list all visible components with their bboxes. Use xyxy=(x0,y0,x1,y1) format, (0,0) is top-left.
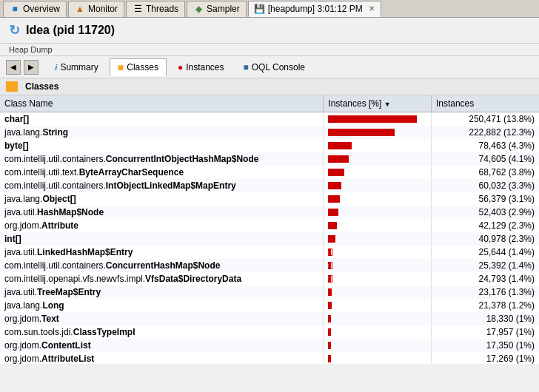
cell-instances: 40,978 (2.3%) xyxy=(431,232,539,246)
window-title-bar: ↻ Idea (pid 11720) xyxy=(0,18,539,44)
heap-dump-label: Heap Dump xyxy=(0,44,539,56)
table-row[interactable]: char[]250,471 (13.8%) xyxy=(0,112,539,126)
tab-close-button[interactable]: ✕ xyxy=(369,4,375,13)
tab-oql[interactable]: ■ OQL Console xyxy=(235,59,314,75)
table-row[interactable]: java.lang.String222,882 (12.3%) xyxy=(0,126,539,139)
table-row[interactable]: byte[]78,463 (4.3%) xyxy=(0,139,539,152)
cell-bar xyxy=(324,139,432,152)
table-row[interactable]: java.util.TreeMap$Entry23,176 (1.3%) xyxy=(0,285,539,299)
col-instances-header[interactable]: Instances xyxy=(431,95,539,112)
cell-classname: com.intellij.util.containers.ConcurrentH… xyxy=(0,259,324,272)
col-bar-header[interactable]: Instances [%] ▼ xyxy=(324,95,432,112)
classes-panel-icon xyxy=(6,81,18,92)
cell-instances: 42,129 (2.3%) xyxy=(431,219,539,232)
cell-instances: 17,269 (1%) xyxy=(431,352,539,364)
table-row[interactable]: java.util.LinkedHashMap$Entry25,644 (1.4… xyxy=(0,246,539,259)
tab-heapdump-label: [heapdump] 3:01:12 PM xyxy=(268,4,363,14)
tab-overview-label: Overview xyxy=(23,4,60,14)
forward-button[interactable]: ▶ xyxy=(24,60,38,75)
cell-classname: java.util.TreeMap$Entry xyxy=(0,285,324,299)
cell-bar xyxy=(324,166,432,179)
window-title-text: Idea (pid 11720) xyxy=(26,24,115,37)
tab-summary[interactable]: i Summary xyxy=(47,59,106,75)
cell-bar xyxy=(324,232,432,246)
cell-classname: int[] xyxy=(0,232,324,246)
classes-panel-title: Classes xyxy=(25,81,58,92)
cell-instances: 222,882 (12.3%) xyxy=(431,126,539,139)
cell-classname: byte[] xyxy=(0,139,324,152)
cell-bar xyxy=(324,325,432,339)
tab-monitor[interactable]: ▲ Monitor xyxy=(68,1,124,17)
table-header-row: Class Name Instances [%] ▼ Instances xyxy=(0,95,539,112)
cell-classname: java.lang.String xyxy=(0,126,324,139)
cell-bar xyxy=(324,299,432,312)
table-row[interactable]: java.util.HashMap$Node52,403 (2.9%) xyxy=(0,206,539,219)
main-tab-bar: ■ Overview ▲ Monitor ☰ Threads ◆ Sampler… xyxy=(0,0,539,18)
section-tab-bar: ◀ ▶ i Summary ■ Classes ● Instances ■ OQ… xyxy=(0,56,539,78)
cell-instances: 68,762 (3.8%) xyxy=(431,166,539,179)
tab-sampler-label: Sampler xyxy=(207,4,240,14)
tab-sampler[interactable]: ◆ Sampler xyxy=(187,1,247,17)
classes-icon: ■ xyxy=(118,61,124,73)
cell-classname: com.intellij.util.text.ByteArrayCharSequ… xyxy=(0,166,324,179)
table-row[interactable]: com.sun.tools.jdi.ClassTypeImpl17,957 (1… xyxy=(0,325,539,339)
info-icon: i xyxy=(55,63,57,72)
cell-instances: 25,644 (1.4%) xyxy=(431,246,539,259)
cell-bar xyxy=(324,219,432,232)
tab-threads-label: Threads xyxy=(146,4,178,14)
monitor-icon: ▲ xyxy=(75,4,85,14)
cell-classname: java.util.LinkedHashMap$Entry xyxy=(0,246,324,259)
cell-instances: 17,350 (1%) xyxy=(431,339,539,352)
classes-table-body: char[]250,471 (13.8%)java.lang.String222… xyxy=(0,112,539,365)
instances-dot-icon: ● xyxy=(178,62,183,72)
table-row[interactable]: int[]40,978 (2.3%) xyxy=(0,232,539,246)
tab-monitor-label: Monitor xyxy=(88,4,118,14)
table-row[interactable]: com.intellij.util.containers.ConcurrentI… xyxy=(0,152,539,166)
refresh-icon[interactable]: ↻ xyxy=(9,22,20,38)
cell-instances: 56,379 (3.1%) xyxy=(431,192,539,206)
oql-icon: ■ xyxy=(244,62,249,72)
classes-panel: Classes Class Name Instances [%] ▼ Insta… xyxy=(0,78,539,364)
tab-heapdump[interactable]: 💾 [heapdump] 3:01:12 PM ✕ xyxy=(248,1,381,17)
threads-icon: ☰ xyxy=(133,4,143,14)
cell-classname: com.intellij.util.containers.IntObjectLi… xyxy=(0,179,324,192)
cell-bar xyxy=(324,259,432,272)
cell-instances: 21,378 (1.2%) xyxy=(431,299,539,312)
tab-instances[interactable]: ● Instances xyxy=(170,59,232,75)
classes-table: Class Name Instances [%] ▼ Instances cha… xyxy=(0,95,539,364)
table-row[interactable]: org.jdom.AttributeList17,269 (1%) xyxy=(0,352,539,364)
tab-threads[interactable]: ☰ Threads xyxy=(126,1,185,17)
tab-summary-label: Summary xyxy=(60,62,98,72)
table-row[interactable]: java.lang.Object[]56,379 (3.1%) xyxy=(0,192,539,206)
classes-table-wrapper[interactable]: Class Name Instances [%] ▼ Instances cha… xyxy=(0,95,539,364)
table-row[interactable]: com.intellij.openapi.vfs.newvfs.impl.Vfs… xyxy=(0,272,539,285)
cell-classname: java.lang.Long xyxy=(0,299,324,312)
table-row[interactable]: com.intellij.util.containers.IntObjectLi… xyxy=(0,179,539,192)
cell-instances: 24,793 (1.4%) xyxy=(431,272,539,285)
table-row[interactable]: com.intellij.util.containers.ConcurrentH… xyxy=(0,259,539,272)
cell-bar xyxy=(324,179,432,192)
back-button[interactable]: ◀ xyxy=(6,60,21,75)
cell-classname: java.lang.Object[] xyxy=(0,192,324,206)
heap-icon: 💾 xyxy=(255,4,265,14)
cell-classname: char[] xyxy=(0,112,324,126)
cell-classname: org.jdom.Text xyxy=(0,312,324,325)
table-row[interactable]: org.jdom.Attribute42,129 (2.3%) xyxy=(0,219,539,232)
cell-instances: 18,330 (1%) xyxy=(431,312,539,325)
cell-instances: 74,605 (4.1%) xyxy=(431,152,539,166)
tab-classes[interactable]: ■ Classes xyxy=(110,58,167,76)
cell-bar xyxy=(324,285,432,299)
cell-classname: com.intellij.openapi.vfs.newvfs.impl.Vfs… xyxy=(0,272,324,285)
cell-classname: java.util.HashMap$Node xyxy=(0,206,324,219)
cell-classname: org.jdom.AttributeList xyxy=(0,352,324,364)
table-row[interactable]: java.lang.Long21,378 (1.2%) xyxy=(0,299,539,312)
cell-bar xyxy=(324,206,432,219)
table-row[interactable]: org.jdom.Text18,330 (1%) xyxy=(0,312,539,325)
tab-overview[interactable]: ■ Overview xyxy=(3,1,67,17)
cell-classname: com.sun.tools.jdi.ClassTypeImpl xyxy=(0,325,324,339)
table-row[interactable]: com.intellij.util.text.ByteArrayCharSequ… xyxy=(0,166,539,179)
cell-bar xyxy=(324,112,432,126)
table-row[interactable]: org.jdom.ContentList17,350 (1%) xyxy=(0,339,539,352)
cell-instances: 78,463 (4.3%) xyxy=(431,139,539,152)
col-classname-header[interactable]: Class Name xyxy=(0,95,324,112)
